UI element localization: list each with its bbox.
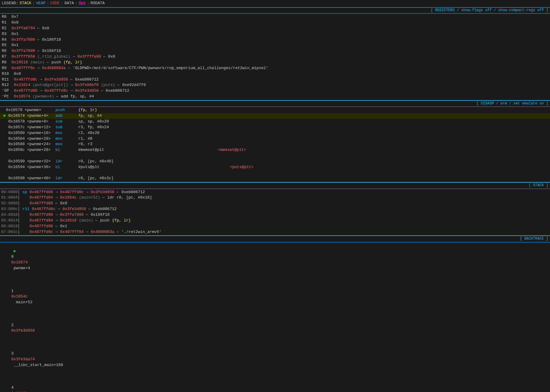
bt-row: 3 0x3fe3da74 __libc_start_main+160 bbox=[0, 339, 550, 374]
disasm-row: 0x10584 <pwnme+20> mov r1, #0 bbox=[0, 136, 550, 142]
disasm-row-blank bbox=[0, 170, 550, 176]
reg-r1: R1 0x0 bbox=[0, 20, 550, 26]
reg-r4: R4 0x3ffa7000 ← 0x186f18 bbox=[0, 37, 550, 43]
reg-r2: R2 0x3ffa8794 ← 0x0 bbox=[0, 26, 550, 31]
bt-row: 1 0x1054c main+52 bbox=[0, 277, 550, 311]
legend-stack: STACK bbox=[20, 1, 31, 6]
reg-r12: R12 0x21014 (puts@got[plt]) → 0x3fe86bf0… bbox=[0, 82, 550, 88]
stack-header: [ STACK ] bbox=[0, 182, 550, 189]
backtrace-header: [ BACKTRACE ] bbox=[0, 236, 550, 242]
disasm-row-current: ► 0x10574 <pwnme+4> add fp, sp, #4 bbox=[0, 113, 550, 119]
legend-rodata: RODATA bbox=[91, 1, 105, 6]
reg-pc: * PC 0x10574 (pwnme+4) ← add fp, sp, #4 bbox=[0, 94, 550, 100]
disasm-row: 0x10594 <pwnme+36> bl #puts@plt <puts@pl… bbox=[0, 164, 550, 170]
disasm-section: 0x10570 <pwnme> push {fp, lr} ► 0x10574 … bbox=[0, 107, 550, 182]
reg-r11: R11 0x407ffd8c → 0x3fe3d958 ← 0xeb006712 bbox=[0, 77, 550, 83]
legend-heap: HEAP bbox=[36, 1, 45, 6]
legend-code: CODE bbox=[50, 1, 60, 6]
backtrace-section: ► 0 0x10574 pwnme+4 1 0x1054c main+52 2 … bbox=[0, 242, 550, 392]
stack-row: 01:0004 │ 0x407ffd84 → 0x1054c (main+52)… bbox=[0, 195, 550, 201]
reg-r6: R6 0x3ffa7000 ← 0x186f18 bbox=[0, 48, 550, 54]
disasm-row: 0x1057c <pwnme+12> sub r3, fp, #0x24 bbox=[0, 125, 550, 130]
reg-r10: R10 0x0 bbox=[0, 71, 550, 77]
disasm-row: 0x10580 <pwnme+16> mov r2, #0x20 bbox=[0, 130, 550, 136]
legend-rwx: RWX bbox=[79, 1, 86, 6]
stack-row: 07:001c │ 0x407ffd9c → 0x407fff04 → 0x40… bbox=[0, 229, 550, 235]
stack-section: 00:0000 │ sp 0x407ffd80 → 0x407ffd8c → 0… bbox=[0, 189, 550, 236]
disasm-row: 0x10588 <pwnme+24> mov r0, r3 bbox=[0, 142, 550, 147]
disasm-row: 0x10590 <pwnme+32> ldr r0, [pc, #0x40] bbox=[0, 159, 550, 164]
stack-row: 06:0018 │ 0x407ffd98 ← 0x1 bbox=[0, 224, 550, 229]
reg-r5: R5 0x1 bbox=[0, 43, 550, 48]
reg-r3: R3 0x1 bbox=[0, 31, 550, 37]
stack-row: 00:0000 │ sp 0x407ffd80 → 0x407ffd8c → 0… bbox=[0, 190, 550, 195]
stack-row: 02:0008 │ 0x407ffd88 ← 0x0 bbox=[0, 201, 550, 206]
bt-row: ► 0 0x10574 pwnme+4 bbox=[0, 243, 550, 277]
disasm-row: 0x10570 <pwnme> push {fp, lr} bbox=[0, 107, 550, 113]
bt-row: 4 0x10454 _start+44 bbox=[0, 374, 550, 392]
disasm-row-blank bbox=[0, 153, 550, 159]
disasm-row: 0x1058c <pwnme+28> bl #memset@plt <memse… bbox=[0, 147, 550, 153]
stack-row: 04:0010 │ 0x407ffd90 → 0x3ffa7000 ← 0x18… bbox=[0, 212, 550, 218]
registers-header: [ REGISTERS / show-flags off / show-comp… bbox=[0, 7, 550, 14]
legend-label: LEGEND: bbox=[2, 1, 18, 6]
stack-row: 03:000c │ r11 0x407ffd8c → 0x3fe3d958 ← … bbox=[0, 206, 550, 212]
disasm-header: [ DISASM / arm / set emulate on ] bbox=[0, 100, 550, 107]
legend-bar: LEGEND: STACK | HEAP | CODE | DATA | RWX… bbox=[0, 0, 550, 7]
reg-sp: * SP 0x407ffd80 → 0x407ffd8c → 0x3fe3d95… bbox=[0, 88, 550, 94]
reg-r0: R0 0x7 bbox=[0, 14, 550, 20]
legend-data: DATA bbox=[65, 1, 74, 6]
disasm-row: 0x10578 <pwnme+8> sub sp, sp, #0x20 bbox=[0, 119, 550, 125]
reg-r8: R8 0x10518 (main) ← push {fp, lr} bbox=[0, 60, 550, 65]
stack-row: 05:0014 │ 0x407ffd94 → 0x10518 (main) ← … bbox=[0, 218, 550, 224]
bt-row: 2 0x3fe3d958 bbox=[0, 311, 550, 339]
disasm-row: 0x10598 <pwnme+40> ldr r0, [pc, #0x3c] bbox=[0, 176, 550, 181]
registers-section: R0 0x7 R1 0x0 R2 0x3ffa8794 ← 0x0 R3 0x1… bbox=[0, 14, 550, 100]
reg-r9: R9 0x407fff0c → 0x4080004a ← 'OLDPWD=/mn… bbox=[0, 65, 550, 71]
reg-r7: R7 0x3ffff058 (_rtld_global) → 0x3ffffa8… bbox=[0, 54, 550, 60]
